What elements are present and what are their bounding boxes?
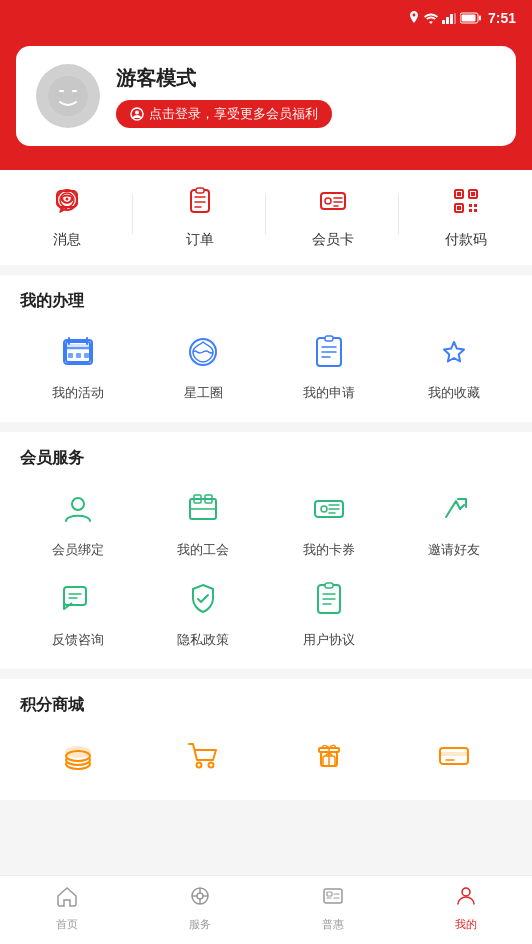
bottom-nav: 首页 服务 普惠 — [0, 875, 532, 944]
member-section-title: 会员服务 — [20, 448, 512, 469]
profile-card: 游客模式 点击登录，享受更多会员福利 — [16, 46, 516, 146]
svg-rect-92 — [324, 889, 342, 903]
agreement-item[interactable]: 用户协议 — [271, 575, 387, 649]
svg-rect-2 — [450, 14, 453, 24]
nav-home[interactable]: 首页 — [0, 884, 133, 932]
apply-label: 我的申请 — [303, 384, 355, 402]
message-icon — [52, 186, 82, 223]
status-bar: 7:51 — [0, 0, 532, 36]
star-circle-label: 星工圈 — [184, 384, 223, 402]
cart-icon — [179, 732, 227, 780]
star-circle-icon — [179, 328, 227, 376]
collect-icon — [430, 328, 478, 376]
status-icons: 7:51 — [408, 10, 516, 26]
nav-mine[interactable]: 我的 — [399, 884, 532, 932]
coins-icon — [54, 732, 102, 780]
svg-rect-36 — [469, 209, 472, 212]
nav-benefits[interactable]: 普惠 — [266, 884, 399, 932]
quick-action-membercard[interactable]: 会员卡 — [266, 186, 399, 249]
my-apply-item[interactable]: 我的申请 — [271, 328, 387, 402]
location-icon — [408, 11, 420, 25]
login-btn-label: 点击登录，享受更多会员福利 — [149, 105, 318, 123]
svg-point-16 — [65, 198, 68, 201]
points-grid — [20, 732, 512, 780]
svg-rect-37 — [474, 209, 477, 212]
svg-point-61 — [321, 506, 327, 512]
avatar-face-icon — [46, 74, 90, 118]
mine-icon — [454, 884, 478, 914]
membercard-label: 会员卡 — [312, 231, 354, 249]
apply-icon — [305, 328, 353, 376]
benefits-nav-label: 普惠 — [322, 917, 344, 932]
privacy-icon — [179, 575, 227, 623]
gift-item[interactable] — [271, 732, 387, 780]
quick-action-order[interactable]: 订单 — [133, 186, 266, 249]
feedback-item[interactable]: 反馈咨询 — [20, 575, 136, 649]
quick-action-message[interactable]: 消息 — [0, 186, 133, 249]
svg-rect-35 — [474, 204, 477, 207]
wifi-icon — [424, 13, 438, 24]
activity-icon — [54, 328, 102, 376]
svg-rect-6 — [479, 16, 481, 21]
agreement-icon — [305, 575, 353, 623]
svg-rect-65 — [64, 587, 86, 605]
my-union-item[interactable]: 我的工会 — [146, 485, 262, 559]
cart-item[interactable] — [146, 732, 262, 780]
svg-rect-3 — [454, 13, 456, 24]
coupon-icon — [305, 485, 353, 533]
battery-icon — [460, 12, 482, 24]
my-coupon-item[interactable]: 我的卡券 — [271, 485, 387, 559]
activity-label: 我的活动 — [52, 384, 104, 402]
star-circle-item[interactable]: 星工圈 — [146, 328, 262, 402]
svg-rect-72 — [325, 583, 333, 588]
empty-slot — [397, 575, 513, 649]
signal-icon — [442, 13, 456, 24]
paycode-icon — [451, 186, 481, 223]
svg-point-78 — [209, 763, 214, 768]
svg-point-15 — [60, 198, 63, 201]
invite-friend-item[interactable]: 邀请好友 — [397, 485, 513, 559]
member-bind-item[interactable]: 会员绑定 — [20, 485, 136, 559]
gift-icon — [305, 732, 353, 780]
profile-info: 游客模式 点击登录，享受更多会员福利 — [116, 65, 332, 128]
coins-item[interactable] — [20, 732, 136, 780]
svg-rect-46 — [84, 353, 89, 358]
voucher-icon — [430, 732, 478, 780]
privacy-label: 隐私政策 — [177, 631, 229, 649]
nav-service[interactable]: 服务 — [133, 884, 266, 932]
my-collect-item[interactable]: 我的收藏 — [397, 328, 513, 402]
svg-point-7 — [48, 76, 88, 116]
my-activity-item[interactable]: 我的活动 — [20, 328, 136, 402]
svg-rect-44 — [68, 353, 73, 358]
svg-rect-54 — [325, 336, 333, 341]
member-row1: 会员绑定 我的工会 — [20, 485, 512, 559]
svg-point-24 — [325, 198, 331, 204]
svg-rect-5 — [461, 15, 475, 22]
svg-rect-29 — [457, 192, 461, 196]
member-bind-label: 会员绑定 — [52, 541, 104, 559]
svg-rect-22 — [196, 188, 204, 193]
invite-label: 邀请好友 — [428, 541, 480, 559]
svg-point-11 — [135, 110, 139, 114]
svg-rect-0 — [442, 20, 445, 24]
paycode-label: 付款码 — [445, 231, 487, 249]
service-nav-label: 服务 — [189, 917, 211, 932]
points-section-title: 积分商城 — [20, 695, 512, 716]
feedback-label: 反馈咨询 — [52, 631, 104, 649]
svg-rect-84 — [440, 752, 468, 756]
login-button[interactable]: 点击登录，享受更多会员福利 — [116, 100, 332, 128]
coupon-label: 我的卡券 — [303, 541, 355, 559]
invite-icon — [430, 485, 478, 533]
svg-rect-31 — [471, 192, 475, 196]
svg-point-76 — [66, 747, 90, 757]
svg-rect-8 — [59, 90, 64, 92]
my-section: 我的办理 — [0, 275, 532, 422]
voucher-item[interactable] — [397, 732, 513, 780]
privacy-item[interactable]: 隐私政策 — [146, 575, 262, 649]
home-icon — [55, 884, 79, 914]
benefits-icon — [321, 884, 345, 914]
my-section-grid: 我的活动 星工圈 — [20, 328, 512, 402]
points-section: 积分商城 — [0, 679, 532, 800]
quick-actions: 消息 订单 会员卡 — [0, 170, 532, 265]
quick-action-paycode[interactable]: 付款码 — [399, 186, 532, 249]
